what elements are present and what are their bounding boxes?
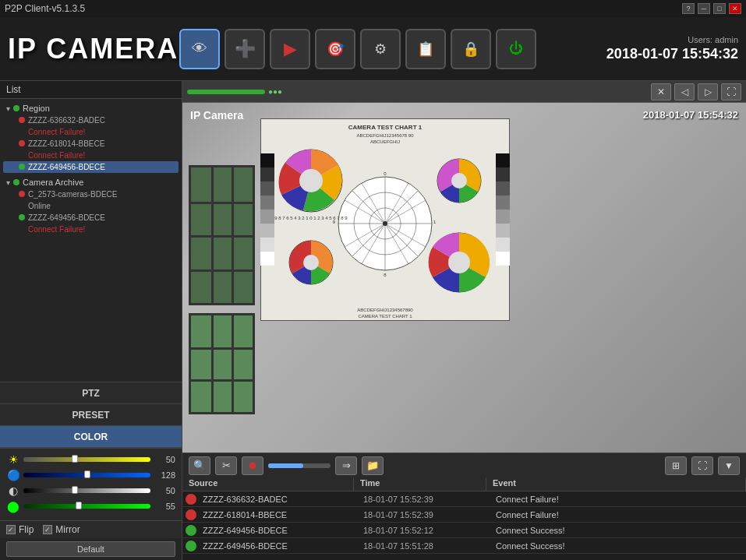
group-name-2: Camera Archive: [23, 178, 83, 187]
status-dot: [19, 214, 25, 220]
svg-rect-36: [260, 210, 274, 224]
contrast-value: 50: [154, 486, 175, 495]
event-source: ZZZZ-649456-BDECE: [200, 541, 360, 551]
list-item[interactable]: ZZZZ-649456-BDECE: [3, 161, 179, 173]
minimize-button[interactable]: ─: [698, 3, 710, 14]
col-header-event: Event: [486, 475, 746, 491]
video-display: CAMERA TEST CHART 1 ABCDEFGHIJ12345678 9…: [182, 103, 746, 453]
tab-color[interactable]: COLOR: [0, 426, 182, 448]
svg-point-54: [451, 173, 467, 188]
status-dot: [13, 179, 19, 185]
flip-checkbox[interactable]: ✓: [6, 525, 16, 534]
titlebar-title: P2P Client-v5.1.3.5: [5, 3, 85, 14]
toolbar-camera-btn[interactable]: 👁: [179, 29, 220, 69]
window-restore-btn[interactable]: ◁: [674, 83, 695, 100]
events-panel: Source Time Event ZZZZ-636632-BADEC 18-0…: [182, 474, 746, 560]
toolbar-power-btn[interactable]: ⏻: [496, 29, 536, 69]
toolbar-add-btn[interactable]: ➕: [225, 29, 265, 69]
video-camera-label: IP Camera: [190, 109, 243, 122]
col-header-time: Time: [354, 475, 486, 491]
grid-btn[interactable]: ⊞: [665, 456, 687, 475]
toolbar-lock-btn[interactable]: 🔒: [451, 29, 491, 69]
list-item: Connect Failure!: [3, 150, 179, 161]
tab-ptz[interactable]: PTZ: [0, 382, 182, 404]
toolbar-files-btn[interactable]: 📋: [405, 29, 446, 69]
device-group-header-1[interactable]: ▾ Region: [3, 102, 179, 114]
toolbar: 👁 ➕ ▶ 🎯 ⚙ 📋 🔒 ⏻: [179, 29, 606, 69]
device-group-header-2[interactable]: ▾ Camera Archive: [3, 176, 179, 188]
mirror-label: Mirror: [55, 524, 80, 535]
saturation-icon: 🔵: [6, 469, 20, 481]
window-expand-btn[interactable]: ▷: [698, 83, 718, 100]
svg-rect-40: [496, 153, 510, 167]
snapshot-btn[interactable]: ✂: [215, 456, 237, 475]
hue-slider[interactable]: [23, 502, 150, 510]
hue-control: ⬤ 55: [6, 500, 175, 512]
default-button[interactable]: Default: [6, 541, 175, 557]
device-list[interactable]: ▾ Region ZZZZ-636632-BADEC Connect Failu…: [0, 99, 182, 382]
expand-btn[interactable]: ▼: [718, 456, 740, 475]
flip-checkbox-label[interactable]: ✓ Flip: [6, 524, 34, 535]
table-row[interactable]: ZZZZ-618014-BBECE 18-01-07 15:52:39 Conn…: [182, 507, 746, 523]
main-layout: List ▾ Region ZZZZ-636632-BADEC Connect …: [0, 81, 746, 560]
table-row[interactable]: ZZZZ-636632-BADEC 18-01-07 15:52:39 Conn…: [182, 491, 746, 507]
svg-rect-34: [260, 181, 274, 195]
toolbar-record-btn[interactable]: ▶: [270, 29, 310, 69]
tab-preset[interactable]: PRESET: [0, 404, 182, 426]
hue-value: 55: [154, 502, 175, 511]
event-event: Connect Failure!: [493, 495, 746, 504]
event-source: ZZZZ-618014-BBECE: [200, 510, 360, 519]
event-indicator: [186, 509, 196, 520]
event-time: 18-01-07 15:51:28: [360, 541, 493, 551]
events-body: ZZZZ-636632-BADEC 18-01-07 15:52:39 Conn…: [182, 491, 746, 554]
contrast-slider[interactable]: [23, 487, 150, 495]
hue-icon: ⬤: [6, 500, 20, 512]
window-element-2: [189, 313, 255, 414]
window-close-btn[interactable]: ✕: [651, 83, 671, 100]
toolbar-ptz-btn[interactable]: 🎯: [315, 29, 355, 69]
contrast-control: ◐ 50: [6, 484, 175, 497]
users-label: Users: admin: [606, 35, 738, 44]
folder-btn[interactable]: 📁: [362, 456, 384, 475]
fullscreen-btn[interactable]: ⛶: [691, 456, 713, 475]
toolbar-settings-btn[interactable]: ⚙: [360, 29, 401, 69]
maximize-button[interactable]: □: [713, 3, 726, 14]
camera-test-chart: CAMERA TEST CHART 1 ABCDEFGHIJ12345678 9…: [260, 118, 510, 321]
svg-rect-46: [496, 238, 510, 252]
status-dot: [19, 117, 25, 123]
mirror-checkbox[interactable]: ✓: [43, 525, 52, 534]
window-fullscreen-btn[interactable]: ⛶: [721, 83, 741, 100]
status-dot: [19, 164, 25, 170]
list-item[interactable]: ZZZZ-618014-BBECE: [3, 138, 179, 150]
svg-rect-47: [496, 252, 510, 266]
list-label: List: [6, 84, 21, 95]
event-event: Connect Failure!: [493, 510, 746, 519]
saturation-slider[interactable]: [23, 471, 150, 479]
list-item[interactable]: ZZZZ-636632-BADEC: [3, 114, 179, 126]
datetime-area: Users: admin 2018-01-07 15:54:32: [606, 35, 738, 62]
datetime-display: 2018-01-07 15:54:32: [606, 46, 738, 62]
brightness-slider[interactable]: [23, 456, 150, 463]
svg-point-31: [448, 252, 470, 273]
table-row[interactable]: ZZZZ-649456-BDECE 18-01-07 15:52:12 Conn…: [182, 523, 746, 538]
contrast-icon: ◐: [6, 484, 20, 497]
record-btn[interactable]: ⏺: [242, 456, 263, 475]
video-timestamp: 2018-01-07 15:54:32: [643, 109, 738, 121]
svg-text:ABCDEFGHIJ12345678 90: ABCDEFGHIJ12345678 90: [356, 133, 414, 138]
list-item[interactable]: ZZZZ-649456-BDECE: [3, 212, 179, 224]
volume-slider[interactable]: [268, 463, 331, 468]
mirror-checkbox-label[interactable]: ✓ Mirror: [43, 524, 80, 535]
svg-rect-38: [260, 238, 274, 252]
svg-text:ABCUEFGHIJ: ABCUEFGHIJ: [370, 139, 400, 144]
status-dot: [19, 140, 25, 146]
logo-area: IP CAMERA: [8, 33, 179, 65]
zoom-in-btn[interactable]: 🔍: [189, 456, 210, 475]
list-item[interactable]: C_2573-cameras-BDECE: [3, 188, 179, 200]
stream-btn[interactable]: ⇒: [335, 456, 357, 475]
svg-text:CAMERA TEST CHART 1: CAMERA TEST CHART 1: [348, 124, 422, 131]
event-indicator: [186, 541, 196, 551]
titlebar: P2P Client-v5.1.3.5 ? ─ □ ✕: [0, 0, 746, 17]
help-button[interactable]: ?: [682, 3, 695, 14]
close-button[interactable]: ✕: [729, 3, 741, 14]
table-row[interactable]: ZZZZ-649456-BDECE 18-01-07 15:51:28 Conn…: [182, 538, 746, 554]
